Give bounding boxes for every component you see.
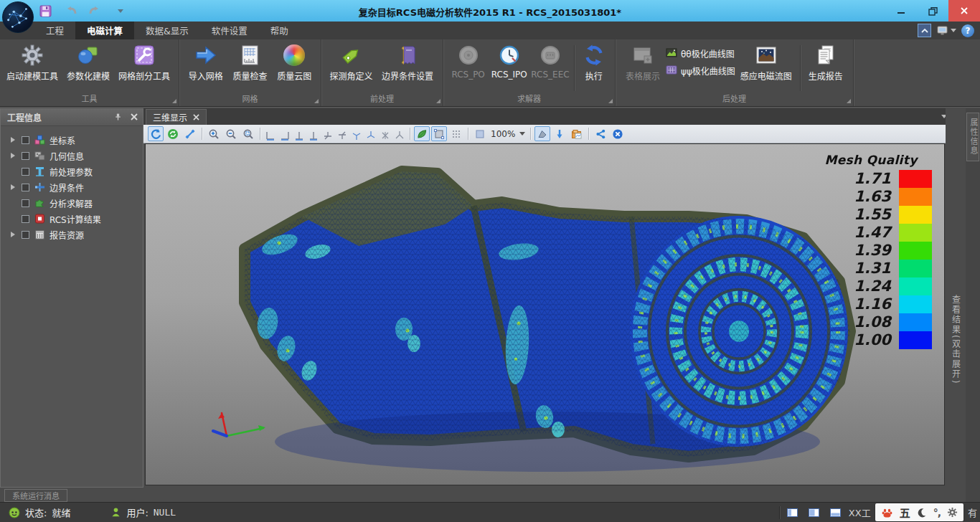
tree-item-boundary-condition[interactable]: 边界条件 [1, 179, 143, 195]
flat-shade-button[interactable] [431, 126, 447, 141]
generate-report-button[interactable]: 生成报告 [804, 42, 848, 82]
system-messages-tab[interactable]: 系统运行消息 [4, 489, 67, 502]
checkbox[interactable] [22, 136, 29, 144]
execute-button[interactable]: 执行 [578, 42, 611, 82]
undo-button[interactable] [62, 3, 78, 19]
restore-button[interactable] [917, 0, 948, 22]
launch-modeler-button[interactable]: 启动建模工具 [4, 42, 60, 82]
zoom-in-button[interactable] [206, 126, 222, 141]
tab-em-compute[interactable]: 电磁计算 [75, 22, 134, 39]
blue-close-circle-icon [612, 128, 623, 140]
group-expand-icon[interactable] [436, 99, 440, 103]
orbit-rotate-button[interactable] [148, 126, 164, 141]
psi-polar-curve-button[interactable]: ψψ极化曲线图 [666, 64, 735, 77]
tree-item-preprocess-params[interactable]: 前处理参数 [1, 163, 143, 179]
tree-item-rcs-results[interactable]: RCS计算结果 [1, 211, 143, 227]
expander-icon[interactable] [11, 184, 17, 191]
quickbar-dropdown-button[interactable] [113, 3, 128, 19]
parametric-modeling-button[interactable]: 参数化建模 [60, 42, 116, 82]
tab-3d-display[interactable]: 三维显示 [146, 109, 207, 125]
mesh-partition-tool-button[interactable]: 网格剖分工具 [116, 42, 172, 82]
induced-current-map-button[interactable]: 感应电磁流图 [735, 42, 797, 82]
checkbox[interactable] [22, 184, 29, 191]
clip-plane-button[interactable] [534, 126, 550, 141]
rcs-po-button[interactable]: RCS_PO [448, 42, 489, 80]
3d-viewport[interactable]: Mesh Quality 1.71 1.63 1.55 1.47 1.39 1.… [145, 143, 945, 485]
view-iso-2-button[interactable] [364, 127, 377, 141]
help-button[interactable]: ? [961, 24, 974, 37]
zoom-extents-button[interactable] [240, 126, 256, 141]
ime-moon-icon[interactable] [917, 508, 927, 518]
ime-paw-icon[interactable] [881, 507, 893, 518]
zoom-dropdown[interactable] [519, 132, 525, 136]
probe-angle-button[interactable]: 探测角定义 [326, 42, 377, 82]
layout-wide-left-panel-button[interactable] [806, 505, 823, 521]
quality-check-button[interactable]: 质量检查 [228, 42, 273, 82]
rcs-eec-button[interactable]: RCS_EEC [529, 42, 570, 80]
quality-cloud-map-button[interactable]: 质量云图 [272, 42, 316, 82]
results-collapsed-strip[interactable]: 查看结果(双击展开) [946, 108, 966, 485]
checkbox[interactable] [22, 152, 29, 160]
drop-view-button[interactable] [552, 126, 567, 141]
tree-item-geometry-info[interactable]: 几何信息 [1, 148, 143, 163]
display-style-button[interactable] [936, 25, 956, 37]
ime-wubi-toggle[interactable]: 五 [900, 505, 910, 520]
view-left-button[interactable] [293, 127, 306, 141]
group-expand-icon[interactable] [847, 99, 851, 103]
close-icon[interactable] [193, 114, 199, 120]
ime-punctuation-toggle[interactable]: °, [933, 507, 941, 518]
share-export-button[interactable] [593, 126, 608, 141]
group-expand-icon[interactable] [608, 99, 613, 103]
rcs-ipo-button[interactable]: RCS_IPO [489, 42, 529, 80]
refresh-view-button[interactable] [165, 126, 181, 141]
view-iso-3-button[interactable] [379, 127, 392, 141]
group-expand-icon[interactable] [314, 99, 319, 103]
checkbox[interactable] [22, 199, 29, 207]
collapse-ribbon-button[interactable] [918, 24, 931, 37]
view-iso-1-button[interactable] [350, 127, 363, 141]
save-button[interactable] [37, 3, 53, 19]
zoom-out-button[interactable] [223, 126, 239, 141]
view-iso-4-button[interactable] [393, 127, 406, 141]
tab-project[interactable]: 工程 [34, 22, 75, 39]
pin-icon[interactable] [113, 113, 123, 122]
tab-settings[interactable]: 软件设置 [200, 22, 259, 39]
table-display-button[interactable]: 表格展示 [620, 42, 666, 82]
close-button[interactable] [948, 0, 980, 22]
theta-polar-curve-button[interactable]: θθ极化曲线图 [666, 47, 735, 60]
minimize-button[interactable] [885, 0, 917, 22]
close-view-button[interactable] [610, 126, 626, 141]
pan-button[interactable] [182, 126, 198, 141]
tree-item-report-resources[interactable]: 报告资源 [1, 227, 143, 242]
view-right-button[interactable] [307, 127, 320, 141]
capture-button[interactable] [569, 126, 585, 141]
view-bottom-button[interactable] [336, 127, 349, 141]
view-back-button[interactable] [278, 127, 291, 141]
smooth-shade-button[interactable] [414, 126, 430, 141]
checkbox[interactable] [22, 231, 29, 239]
close-icon[interactable] [130, 113, 138, 121]
wireframe-points-button[interactable] [448, 126, 464, 141]
group-expand-icon[interactable] [172, 99, 176, 103]
checkbox[interactable] [22, 168, 29, 176]
tab-data-display[interactable]: 数据&显示 [134, 22, 200, 39]
boundary-settings-button[interactable]: 边界条件设置 [377, 42, 438, 82]
ime-gear-icon[interactable] [947, 507, 958, 518]
tab-help[interactable]: 帮助 [259, 22, 300, 39]
view-top-button[interactable] [321, 127, 334, 141]
checkbox[interactable] [22, 215, 29, 223]
tree-item-solver[interactable]: 分析求解器 [1, 195, 143, 211]
app-logo[interactable] [2, 1, 34, 33]
expander-icon[interactable] [11, 232, 17, 238]
redo-button[interactable] [88, 3, 103, 19]
zoom-level-value[interactable]: 100% [491, 129, 515, 139]
layout-bottom-panel-button[interactable] [827, 505, 844, 521]
layout-left-panel-button[interactable] [784, 505, 801, 521]
expander-icon[interactable] [11, 153, 17, 159]
properties-tab[interactable]: 属性信息 [966, 113, 979, 161]
import-mesh-button[interactable]: 导入网格 [184, 42, 228, 82]
view-front-button[interactable] [264, 127, 277, 141]
expander-icon[interactable] [11, 137, 17, 143]
tree-item-coordinate-system[interactable]: 坐标系 [1, 132, 143, 148]
zoom-scale-button[interactable] [472, 126, 488, 141]
